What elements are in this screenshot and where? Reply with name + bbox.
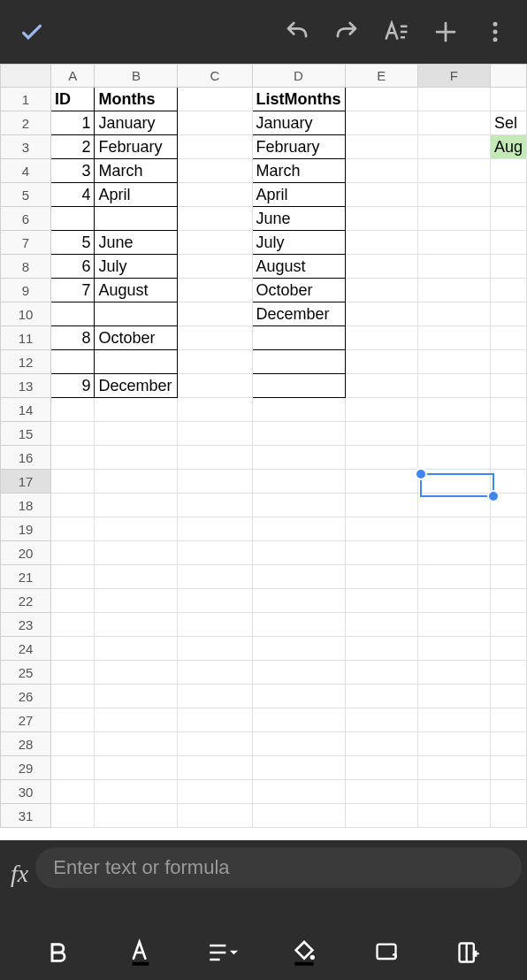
cell-E23[interactable] — [345, 613, 417, 637]
redo-button[interactable] — [322, 7, 371, 57]
cell-E31[interactable] — [345, 804, 417, 828]
cell-F15[interactable] — [417, 422, 490, 446]
cell-D1[interactable]: ListMonths — [252, 88, 345, 111]
cell-E13[interactable] — [345, 374, 417, 398]
column-header-C[interactable]: C — [178, 65, 252, 88]
cell-D17[interactable] — [252, 470, 345, 494]
cell-C24[interactable] — [178, 637, 252, 661]
cell-E9[interactable] — [345, 279, 417, 302]
bold-button[interactable] — [32, 931, 85, 974]
cell-E12[interactable] — [345, 350, 417, 374]
cell-A19[interactable] — [51, 517, 95, 541]
cell-G28[interactable] — [490, 732, 526, 756]
cell-D18[interactable] — [252, 494, 345, 517]
cell-D25[interactable] — [252, 661, 345, 685]
row-header-1[interactable]: 1 — [1, 88, 51, 111]
cell-E19[interactable] — [345, 517, 417, 541]
row-header-7[interactable]: 7 — [1, 231, 51, 255]
cell-B31[interactable] — [95, 804, 178, 828]
cell-G18[interactable] — [490, 494, 526, 517]
row-header-16[interactable]: 16 — [1, 446, 51, 470]
row-header-24[interactable]: 24 — [1, 637, 51, 661]
cell-D6[interactable]: June — [252, 207, 345, 231]
cell-E3[interactable] — [345, 135, 417, 159]
cell-D31[interactable] — [252, 804, 345, 828]
cell-G13[interactable] — [490, 374, 526, 398]
cell-B17[interactable] — [95, 470, 178, 494]
cell-F20[interactable] — [417, 541, 490, 565]
text-format-button[interactable] — [371, 7, 421, 57]
cell-G11[interactable] — [490, 326, 526, 350]
cell-B25[interactable] — [95, 661, 178, 685]
cell-A28[interactable] — [51, 732, 95, 756]
cell-C22[interactable] — [178, 589, 252, 613]
row-header-10[interactable]: 10 — [1, 302, 51, 326]
cell-D13[interactable] — [252, 374, 345, 398]
cell-D26[interactable] — [252, 685, 345, 708]
cell-D20[interactable] — [252, 541, 345, 565]
row-header-21[interactable]: 21 — [1, 565, 51, 589]
cell-A24[interactable] — [51, 637, 95, 661]
cell-F18[interactable] — [417, 494, 490, 517]
cell-F26[interactable] — [417, 685, 490, 708]
cell-A17[interactable] — [51, 470, 95, 494]
cell-E2[interactable] — [345, 111, 417, 135]
cell-G9[interactable] — [490, 279, 526, 302]
cell-C1[interactable] — [178, 88, 252, 111]
cell-D4[interactable]: March — [252, 159, 345, 183]
cell-E7[interactable] — [345, 231, 417, 255]
cell-E8[interactable] — [345, 255, 417, 279]
cell-F2[interactable] — [417, 111, 490, 135]
cell-D29[interactable] — [252, 756, 345, 780]
cell-A25[interactable] — [51, 661, 95, 685]
cell-C18[interactable] — [178, 494, 252, 517]
text-color-button[interactable] — [114, 931, 167, 974]
cell-E29[interactable] — [345, 756, 417, 780]
cell-B12[interactable] — [95, 350, 178, 374]
cell-B1[interactable]: Months — [95, 88, 178, 111]
cell-A9[interactable]: 7 — [51, 279, 95, 302]
more-button[interactable] — [470, 7, 520, 57]
cell-C3[interactable] — [178, 135, 252, 159]
cell-A20[interactable] — [51, 541, 95, 565]
cell-C13[interactable] — [178, 374, 252, 398]
column-header-E[interactable]: E — [345, 65, 417, 88]
cell-D28[interactable] — [252, 732, 345, 756]
cell-D23[interactable] — [252, 613, 345, 637]
column-header-extra[interactable] — [490, 65, 526, 88]
cell-G7[interactable] — [490, 231, 526, 255]
cell-F31[interactable] — [417, 804, 490, 828]
row-header-5[interactable]: 5 — [1, 183, 51, 207]
cell-A6[interactable] — [51, 207, 95, 231]
cell-G16[interactable] — [490, 446, 526, 470]
cell-G6[interactable] — [490, 207, 526, 231]
cell-A22[interactable] — [51, 589, 95, 613]
cell-F6[interactable] — [417, 207, 490, 231]
cell-G23[interactable] — [490, 613, 526, 637]
cell-E17[interactable] — [345, 470, 417, 494]
cell-B19[interactable] — [95, 517, 178, 541]
cell-C29[interactable] — [178, 756, 252, 780]
cell-F10[interactable] — [417, 302, 490, 326]
spreadsheet-grid[interactable]: ABCDEF1IDMonthsListMonths21JanuaryJanuar… — [0, 64, 527, 828]
cell-F17[interactable] — [417, 470, 490, 494]
row-header-23[interactable]: 23 — [1, 613, 51, 637]
cell-D5[interactable]: April — [252, 183, 345, 207]
cell-G24[interactable] — [490, 637, 526, 661]
cell-G4[interactable] — [490, 159, 526, 183]
cell-B23[interactable] — [95, 613, 178, 637]
cell-G8[interactable] — [490, 255, 526, 279]
row-header-15[interactable]: 15 — [1, 422, 51, 446]
cell-B22[interactable] — [95, 589, 178, 613]
cell-F13[interactable] — [417, 374, 490, 398]
cell-F5[interactable] — [417, 183, 490, 207]
cell-F3[interactable] — [417, 135, 490, 159]
cell-A2[interactable]: 1 — [51, 111, 95, 135]
row-header-31[interactable]: 31 — [1, 804, 51, 828]
cell-B9[interactable]: August — [95, 279, 178, 302]
cell-B6[interactable] — [95, 207, 178, 231]
cell-C26[interactable] — [178, 685, 252, 708]
cell-C15[interactable] — [178, 422, 252, 446]
cell-E15[interactable] — [345, 422, 417, 446]
cell-G25[interactable] — [490, 661, 526, 685]
